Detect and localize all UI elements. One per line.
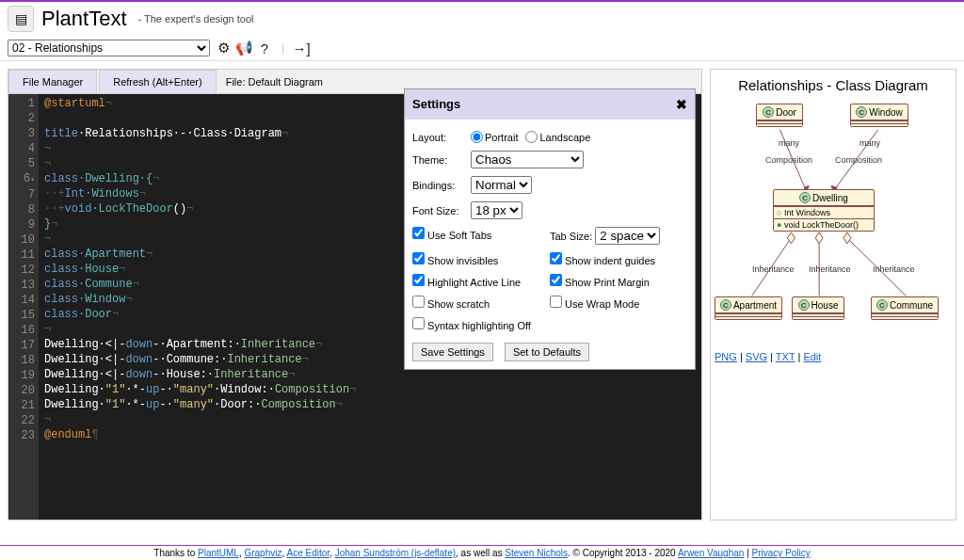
txt-link[interactable]: TXT (776, 351, 795, 362)
diagram-title: Relationships - Class Diagram (715, 77, 952, 93)
svg-marker-5 (787, 232, 795, 244)
settings-icon[interactable]: ⚙ (216, 40, 231, 56)
softtabs-check[interactable] (412, 227, 425, 239)
steven-link[interactable]: Steven Nichols (505, 548, 568, 558)
class-house: CHouse (792, 296, 844, 320)
privacy-link[interactable]: Privacy Policy (751, 548, 810, 558)
scratch-check[interactable] (412, 296, 425, 308)
app-tagline: - The expert's design tool (138, 13, 254, 24)
preview-panel: Relationships - Class Diagram CDoor CWin… (710, 69, 956, 520)
fontsize-select[interactable]: 18 px (471, 201, 522, 219)
footer: Thanks to PlantUML, Graphviz, Ace Editor… (0, 545, 964, 560)
announce-icon[interactable]: 📢 (236, 40, 251, 56)
highlightline-check[interactable] (412, 274, 425, 286)
app-title: PlantText (41, 7, 127, 31)
ace-link[interactable]: Ace Editor (286, 548, 329, 558)
logout-icon[interactable]: →] (294, 40, 309, 56)
diagram-output: CDoor CWindow many many Composition Comp… (715, 99, 952, 344)
johan-link[interactable]: Johan Sundström (js-deflate) (335, 548, 456, 558)
landscape-radio[interactable] (525, 131, 538, 143)
class-door: CDoor (756, 104, 803, 127)
save-settings-button[interactable]: Save Settings (412, 343, 493, 361)
header-bar: ▤ PlantText - The expert's design tool (0, 2, 964, 36)
invisibles-check[interactable] (412, 252, 425, 264)
graphviz-link[interactable]: Graphviz (244, 548, 281, 558)
wrapmode-check[interactable] (550, 296, 562, 308)
app-logo: ▤ (8, 6, 34, 32)
toolbar-separator: | (281, 41, 284, 55)
svg-marker-9 (844, 232, 851, 244)
sample-dropdown[interactable]: 02 - Relationships (8, 40, 210, 56)
theme-label: Theme: (412, 154, 471, 166)
class-dwelling: CDwelling ○ Int Windows ● void LockTheDo… (773, 189, 875, 232)
bindings-select[interactable]: Normal (471, 176, 532, 194)
settings-header: Settings ✖ (405, 89, 695, 120)
svg-link[interactable]: SVG (746, 351, 767, 362)
printmargin-check[interactable] (550, 274, 562, 286)
png-link[interactable]: PNG (715, 351, 737, 362)
fontsize-label: Font Size: (412, 205, 471, 216)
indentguides-check[interactable] (550, 252, 562, 264)
editor-panel: File Manager Refresh (Alt+Enter) File: D… (8, 69, 702, 520)
edit-link[interactable]: Edit (803, 351, 821, 362)
set-defaults-button[interactable]: Set to Defaults (505, 343, 589, 361)
plantuml-link[interactable]: PlantUML (198, 548, 239, 558)
layout-label: Layout: (412, 132, 471, 143)
settings-title: Settings (412, 97, 460, 112)
file-label: File: Default Diagram (218, 76, 323, 88)
class-window: CWindow (850, 104, 908, 127)
svg-marker-7 (815, 232, 823, 244)
help-icon[interactable]: ? (257, 40, 272, 56)
close-icon[interactable]: ✖ (676, 97, 687, 112)
portrait-radio[interactable] (471, 131, 483, 143)
settings-panel: Settings ✖ Layout: Portrait Landscape Th… (404, 88, 696, 370)
export-links: PNG | SVG | TXT | Edit (715, 351, 952, 362)
line-gutter: 123456▾7891011121314151617181920212223 (8, 94, 39, 520)
main-area: File Manager Refresh (Alt+Enter) File: D… (0, 61, 964, 528)
refresh-tab[interactable]: Refresh (Alt+Enter) (99, 70, 216, 93)
arwen-link[interactable]: Arwen Vaughan (678, 548, 744, 558)
toolbar: 02 - Relationships ⚙ 📢 ? | →] (0, 36, 964, 61)
class-apartment: CApartment (715, 296, 782, 320)
theme-select[interactable]: Chaos (471, 151, 584, 168)
file-manager-tab[interactable]: File Manager (8, 70, 97, 93)
syntaxoff-check[interactable] (412, 317, 425, 329)
class-commune: CCommune (871, 296, 939, 320)
bindings-label: Bindings: (412, 180, 471, 191)
tabsize-select[interactable]: 2 space (595, 227, 660, 245)
